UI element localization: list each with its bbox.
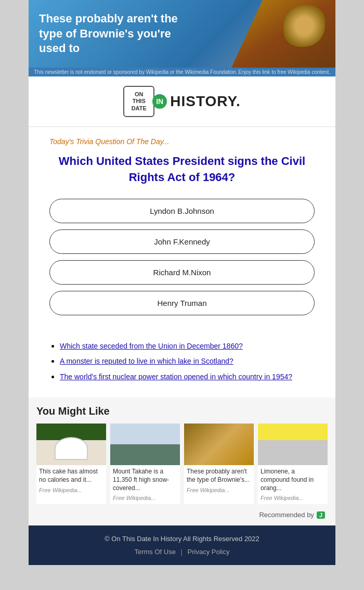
recommended-by-text: Recommended by <box>259 511 314 519</box>
card-4-source: Free Wikipedia... <box>258 494 328 504</box>
trivia-question: Which United States President signs the … <box>49 153 315 186</box>
answer-option-4[interactable]: Henry Truman <box>49 291 315 315</box>
related-link-3[interactable]: The world's first nuclear power station … <box>60 373 292 381</box>
answer-option-3[interactable]: Richard M.Nixon <box>49 260 315 285</box>
disclaimer-left: This newsletter is not endorsed or spons… <box>34 69 238 75</box>
answer-option-1[interactable]: Lyndon B.Johnson <box>49 199 315 223</box>
email-container: These probably aren't the type of Browni… <box>29 0 335 565</box>
recommended-by: Recommended by J <box>36 508 328 523</box>
list-item: A monster is reputed to live in which la… <box>60 356 315 367</box>
card-3-text: These probably aren't the type of Browni… <box>184 465 254 485</box>
logo-cal-on: ON <box>135 91 144 98</box>
card-2[interactable]: Mount Takahe is a 11,350 ft high snow-co… <box>110 424 180 504</box>
card-2-text: Mount Takahe is a 11,350 ft high snow-co… <box>110 465 180 494</box>
card-3[interactable]: These probably aren't the type of Browni… <box>184 424 254 504</box>
logo-cal-this: THIS <box>133 98 146 105</box>
card-4[interactable]: Limonene, a compound found in orang... F… <box>258 424 328 504</box>
card-1-image <box>36 424 106 465</box>
logo-in-circle: IN <box>152 94 167 109</box>
recommended-badge: J <box>317 511 325 519</box>
cards-grid: This cake has almost no calories and it.… <box>36 424 328 504</box>
card-3-source: Free Wikipedia... <box>184 486 254 496</box>
logo-section: ON THIS DATE IN HISTORY. <box>29 76 335 127</box>
card-1-source: Free Wikipedia... <box>36 486 106 496</box>
card-2-image <box>110 424 180 465</box>
trivia-label: Today's Trivia Question Of The Day... <box>49 137 315 146</box>
terms-of-use-link[interactable]: Terms Of Use <box>134 548 175 556</box>
banner-disclaimer: This newsletter is not endorsed or spons… <box>29 68 335 76</box>
related-links-list: Which state seceded from the Union in De… <box>49 341 315 382</box>
footer-copyright: © On This Date In History All Rights Res… <box>39 535 325 543</box>
card-4-text: Limonene, a compound found in orang... <box>258 465 328 494</box>
card-2-source: Free Wikipedia... <box>110 494 180 504</box>
related-link-1[interactable]: Which state seceded from the Union in De… <box>60 342 243 350</box>
you-might-like-section: You Might Like This cake has almost no c… <box>29 397 335 525</box>
card-1-text: This cake has almost no calories and it.… <box>36 465 106 485</box>
you-might-like-title: You Might Like <box>36 405 328 417</box>
disclaimer-right: Enjoy this link to free Wikipedia conten… <box>238 69 330 75</box>
logo-history-text: HISTORY. <box>170 93 241 110</box>
answer-options: Lyndon B.Johnson John F.Kennedy Richard … <box>49 199 315 315</box>
banner: These probably aren't the type of Browni… <box>29 0 335 68</box>
footer-links: Terms Of Use | Privacy Policy <box>39 548 325 556</box>
logo-calendar: ON THIS DATE <box>123 86 154 117</box>
related-link-2[interactable]: A monster is reputed to live in which la… <box>60 357 233 365</box>
card-4-image <box>258 424 328 465</box>
footer: © On This Date In History All Rights Res… <box>29 525 335 565</box>
trivia-section: Today's Trivia Question Of The Day... Wh… <box>29 127 335 341</box>
banner-headline: These probably aren't the type of Browni… <box>39 11 197 56</box>
banner-illustration <box>231 0 335 68</box>
related-links: Which state seceded from the Union in De… <box>29 341 335 398</box>
logo-cal-date: DATE <box>132 105 147 112</box>
answer-option-2[interactable]: John F.Kennedy <box>49 229 315 254</box>
list-item: The world's first nuclear power station … <box>60 372 315 382</box>
card-3-image <box>184 424 254 465</box>
footer-divider: | <box>181 548 183 556</box>
list-item: Which state seceded from the Union in De… <box>60 341 315 352</box>
logo-box: ON THIS DATE IN HISTORY. <box>123 86 241 117</box>
privacy-policy-link[interactable]: Privacy Policy <box>188 548 230 556</box>
card-1[interactable]: This cake has almost no calories and it.… <box>36 424 106 504</box>
